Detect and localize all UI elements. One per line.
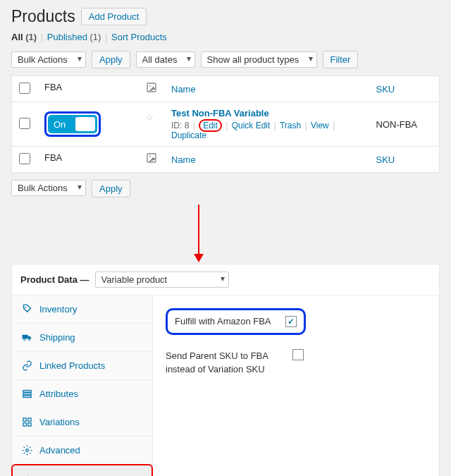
col-footer-name[interactable]: Name bbox=[171, 154, 196, 165]
duplicate-link[interactable]: Duplicate bbox=[171, 130, 206, 140]
col-header-fba[interactable]: FBA bbox=[44, 82, 62, 92]
svg-rect-13 bbox=[23, 423, 26, 426]
filter-button[interactable]: Filter bbox=[323, 51, 359, 68]
product-title-link[interactable]: Test Non-FBA Variable bbox=[171, 108, 269, 118]
tab-shipping[interactable]: Shipping bbox=[12, 324, 152, 352]
col-footer-sku[interactable]: SKU bbox=[376, 154, 395, 165]
page-title: Products bbox=[11, 7, 75, 26]
filter-all[interactable]: All (1) bbox=[11, 32, 39, 42]
tab-attributes[interactable]: Attributes bbox=[12, 380, 152, 408]
date-filter-select[interactable]: All dates bbox=[136, 51, 195, 68]
row-actions: ID: 8 | Edit | Quick Edit | Trash | View… bbox=[171, 121, 362, 140]
svg-rect-11 bbox=[23, 418, 26, 421]
tab-linked-products[interactable]: Linked Products bbox=[12, 352, 152, 380]
link-icon bbox=[22, 360, 32, 371]
tab-inventory[interactable]: Inventory bbox=[12, 295, 152, 324]
tab-advanced[interactable]: Advanced bbox=[12, 437, 152, 465]
arrow-annotation bbox=[198, 205, 199, 261]
svg-point-3 bbox=[149, 156, 151, 157]
apply-bulk-button[interactable]: Apply bbox=[92, 51, 130, 68]
col-header-name[interactable]: Name bbox=[171, 84, 196, 94]
svg-rect-12 bbox=[28, 418, 31, 421]
svg-rect-8 bbox=[23, 391, 31, 393]
send-parent-sku-label: Send Parent SKU to FBA instead of Variat… bbox=[166, 349, 278, 377]
bulk-actions-select[interactable]: Bulk Actions bbox=[11, 51, 86, 68]
fba-toggle-highlight: On bbox=[44, 111, 101, 137]
fulfill-fba-highlight: Fulfill with Amazon FBA bbox=[166, 308, 306, 335]
sort-products-link[interactable]: Sort Products bbox=[111, 32, 167, 42]
select-all-checkbox-footer[interactable] bbox=[19, 153, 30, 164]
product-data-title: Product Data — bbox=[20, 274, 89, 285]
featured-star-icon[interactable]: ☆ bbox=[145, 111, 154, 123]
products-table: FBA Name SKU On ☆ bbox=[11, 75, 440, 173]
svg-rect-14 bbox=[28, 423, 31, 426]
edit-link[interactable]: Edit bbox=[203, 121, 218, 130]
select-all-checkbox[interactable] bbox=[19, 83, 30, 94]
row-checkbox[interactable] bbox=[19, 118, 30, 129]
quick-edit-link[interactable]: Quick Edit bbox=[232, 121, 271, 130]
add-product-button[interactable]: Add Product bbox=[81, 8, 147, 25]
send-parent-sku-checkbox[interactable] bbox=[292, 349, 304, 360]
svg-rect-9 bbox=[23, 393, 31, 395]
view-link[interactable]: View bbox=[311, 121, 329, 130]
sku-cell: NON-FBA bbox=[369, 102, 440, 147]
filter-published[interactable]: Published (1) bbox=[47, 32, 104, 42]
tab-variations[interactable]: Variations bbox=[12, 408, 152, 437]
tab-amazon-fulfillment[interactable]: Amazon Fulfillment bbox=[11, 464, 153, 476]
svg-point-6 bbox=[24, 338, 26, 341]
bulk-actions-select-bottom[interactable]: Bulk Actions bbox=[11, 180, 86, 196]
svg-point-1 bbox=[149, 85, 151, 87]
svg-point-7 bbox=[28, 338, 30, 341]
fba-toggle[interactable]: On bbox=[48, 115, 97, 133]
product-type-select[interactable]: Variable product bbox=[95, 271, 229, 288]
fulfill-fba-label: Fulfill with Amazon FBA bbox=[175, 315, 271, 329]
col-footer-fba[interactable]: FBA bbox=[44, 152, 62, 163]
svg-point-4 bbox=[25, 307, 26, 308]
table-row: On ☆ Test Non-FBA Variable ID: 8 | Edit … bbox=[12, 102, 440, 147]
svg-rect-5 bbox=[23, 335, 28, 339]
list-icon bbox=[22, 389, 32, 399]
trash-link[interactable]: Trash bbox=[280, 121, 301, 130]
product-data-panel: Product Data — Variable product Inventor… bbox=[11, 264, 440, 476]
image-column-icon bbox=[146, 152, 157, 166]
svg-rect-10 bbox=[23, 396, 31, 398]
gear-icon bbox=[22, 445, 32, 456]
apply-bulk-button-bottom[interactable]: Apply bbox=[92, 180, 130, 197]
col-header-sku[interactable]: SKU bbox=[376, 84, 395, 94]
product-data-tabs: Inventory Shipping Linked Products Attri… bbox=[12, 295, 153, 476]
fulfill-fba-checkbox[interactable] bbox=[285, 316, 297, 327]
svg-point-15 bbox=[26, 449, 29, 452]
type-filter-select[interactable]: Show all product types bbox=[201, 51, 317, 68]
tag-icon bbox=[22, 304, 32, 315]
grid-icon bbox=[22, 417, 32, 427]
image-column-icon bbox=[146, 82, 157, 96]
view-filters: All (1) | Published (1) | Sort Products bbox=[11, 32, 440, 42]
truck-icon bbox=[22, 332, 32, 343]
